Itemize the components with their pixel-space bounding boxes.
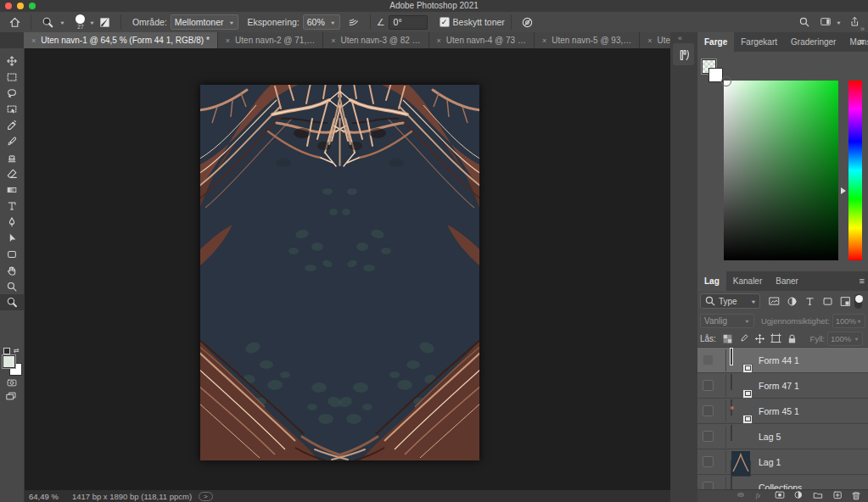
default-colors-icon[interactable] — [3, 348, 10, 354]
dodge-tool-button[interactable] — [0, 294, 24, 310]
clone-stamp-tool-button[interactable] — [0, 149, 24, 165]
layer-row[interactable]: Lag 5 — [697, 424, 868, 449]
collapse-panels-icon[interactable]: « — [678, 34, 683, 42]
layer-visibility-toggle[interactable] — [703, 380, 714, 391]
layer-filter-toggle[interactable] — [854, 294, 862, 309]
shape-tool-button[interactable] — [0, 246, 24, 262]
close-tab-icon[interactable]: × — [647, 36, 652, 45]
lock-transparency-icon[interactable] — [722, 333, 733, 344]
layer-thumbnail[interactable] — [725, 349, 750, 371]
close-tab-icon[interactable]: × — [542, 36, 546, 45]
exposure-select[interactable]: 60% ▼ — [303, 14, 340, 30]
panel-menu-icon[interactable]: ≡ — [860, 37, 865, 47]
search-icon[interactable] — [798, 16, 810, 28]
layer-visibility-toggle[interactable] — [703, 482, 714, 489]
pen-tool-button[interactable] — [0, 214, 24, 230]
layer-row[interactable]: Collections — [697, 475, 868, 489]
color-field-marker[interactable] — [721, 76, 731, 86]
shape-layer-filter-icon[interactable] — [822, 296, 833, 307]
layer-filter-select[interactable]: Type ▼ — [700, 293, 760, 309]
foreground-color-swatch[interactable] — [3, 355, 15, 368]
zoom-level[interactable]: 64,49 % — [29, 492, 59, 501]
path-selection-tool-button[interactable] — [0, 230, 24, 246]
close-tab-icon[interactable]: × — [226, 36, 230, 45]
lasso-tool-button[interactable] — [0, 85, 24, 101]
color-panel-tab-graderinger[interactable]: Graderinger — [784, 32, 843, 52]
brush-settings-toggle-icon[interactable] — [95, 13, 115, 31]
close-tab-icon[interactable]: × — [31, 36, 36, 45]
quick-mask-icon[interactable] — [5, 379, 19, 389]
layer-visibility-toggle[interactable] — [703, 405, 714, 416]
new-layer-icon[interactable] — [832, 491, 843, 501]
expand-panels-icon[interactable]: » — [860, 25, 865, 33]
layer-thumbnail[interactable] — [725, 451, 750, 473]
layer-row[interactable]: Form 47 1 — [697, 373, 868, 399]
layer-thumbnail[interactable] — [725, 400, 750, 422]
home-icon[interactable] — [5, 13, 25, 31]
smart-object-filter-icon[interactable] — [840, 296, 851, 307]
workspace-icon[interactable] — [819, 17, 832, 28]
saturation-brightness-field[interactable] — [724, 81, 838, 260]
marquee-tool-button[interactable] — [0, 69, 24, 85]
blend-mode-select[interactable]: Vanlig ▼ — [700, 314, 754, 328]
protect-tones-checkbox[interactable]: ✓ — [440, 17, 450, 27]
brush-tool-button[interactable] — [0, 133, 24, 149]
angle-input[interactable]: 0° — [389, 15, 428, 30]
swap-colors-icon[interactable]: ⇄ — [14, 347, 20, 354]
tablet-pressure-icon[interactable] — [518, 13, 537, 31]
layer-row[interactable]: Lag 1 — [697, 449, 868, 475]
adjustment-layer-filter-icon[interactable] — [787, 296, 798, 307]
delete-layer-icon[interactable] — [851, 491, 861, 501]
move-tool-button[interactable] — [0, 53, 24, 69]
lock-position-icon[interactable] — [754, 333, 765, 344]
range-select[interactable]: Mellomtoner ▼ — [171, 14, 239, 30]
object-selection-tool-button[interactable] — [0, 101, 24, 117]
pixel-layer-filter-icon[interactable] — [769, 296, 780, 307]
airbrush-icon[interactable] — [344, 13, 364, 31]
color-panel-tab-fargekart[interactable]: Fargekart — [734, 32, 784, 52]
layer-thumbnail[interactable] — [725, 477, 750, 490]
layer-visibility-toggle[interactable] — [703, 431, 714, 442]
type-layer-filter-icon[interactable] — [804, 296, 815, 307]
hand-tool-button[interactable] — [0, 262, 24, 278]
layers-panel-tab-kanaler[interactable]: Kanaler — [726, 271, 769, 291]
lock-artboard-icon[interactable] — [770, 333, 781, 344]
fill-input[interactable]: 100% ▼ — [827, 332, 863, 346]
link-layers-icon[interactable] — [735, 491, 747, 501]
libraries-panel-icon[interactable] — [673, 43, 694, 65]
layer-row[interactable]: Form 45 1 — [697, 399, 868, 424]
hue-slider-marker[interactable] — [841, 187, 846, 194]
color-panel-tab-farge[interactable]: Farge — [697, 32, 734, 52]
status-options-chevron[interactable]: > — [199, 492, 213, 501]
new-adjustment-icon[interactable] — [793, 491, 804, 501]
document-tab[interactable]: ×Uten navn-4 @ 73 … — [429, 32, 535, 48]
type-tool-button[interactable] — [0, 198, 24, 214]
close-tab-icon[interactable]: × — [437, 36, 441, 45]
layer-row[interactable]: Form 44 1 — [697, 348, 868, 373]
new-group-icon[interactable] — [812, 491, 825, 501]
layer-effects-icon[interactable]: fx — [754, 491, 766, 501]
brush-preview[interactable]: 27 — [74, 14, 87, 30]
opacity-input[interactable]: 100% ▼ — [832, 314, 865, 328]
eyedropper-tool-button[interactable] — [0, 117, 24, 133]
add-mask-icon[interactable] — [774, 491, 786, 501]
layer-thumbnail[interactable] — [725, 375, 750, 397]
document-tab[interactable]: ×Uten navn-5 @ 93,… — [535, 32, 640, 48]
layer-visibility-toggle[interactable] — [703, 456, 714, 467]
zoom-tool-button[interactable] — [0, 278, 24, 294]
gradient-tool-button[interactable] — [0, 181, 24, 198]
screen-mode-icon[interactable] — [5, 392, 18, 403]
layer-thumbnail[interactable] — [725, 426, 750, 448]
document-tab[interactable]: ×Uten navn-3 @ 82 … — [323, 32, 428, 48]
document-tab[interactable]: ×Uten navn-2 @ 71,… — [218, 32, 323, 48]
canvas-document[interactable] — [200, 85, 479, 460]
eraser-tool-button[interactable] — [0, 165, 24, 181]
layers-panel-tab-lag[interactable]: Lag — [697, 271, 726, 291]
dodge-tool-preset-icon[interactable] — [37, 13, 58, 31]
layers-panel-tab-baner[interactable]: Baner — [769, 271, 805, 291]
document-tab[interactable]: ×Uten navn-1 @ 64,5 % (Form 44 1, RGB/8)… — [24, 32, 218, 48]
hue-slider[interactable] — [848, 81, 862, 260]
layer-visibility-toggle[interactable] — [703, 354, 714, 365]
lock-all-icon[interactable] — [787, 333, 798, 344]
panel-menu-icon[interactable]: ≡ — [860, 276, 865, 286]
